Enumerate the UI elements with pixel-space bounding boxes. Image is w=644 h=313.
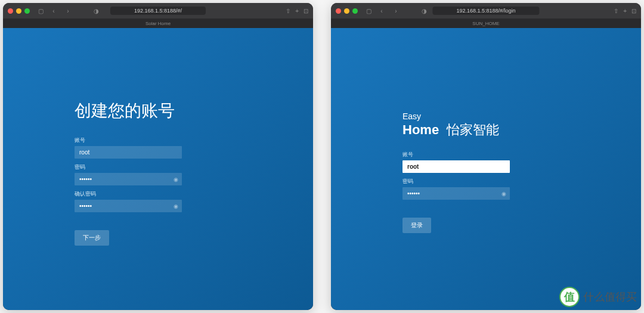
watermark-icon: 值 xyxy=(559,287,580,307)
page-content: Easy Home 怡家智能 账号 密码 ◉ 登录 xyxy=(331,28,641,310)
sidebar-icon[interactable]: ▢ xyxy=(366,8,371,14)
brand-main: Home xyxy=(402,122,439,137)
next-button[interactable]: 下一步 xyxy=(75,230,109,246)
account-label: 账号 xyxy=(75,137,242,144)
url-bar[interactable]: 192.168.1.5:8188/#/login xyxy=(432,7,539,15)
browser-window-right: ▢ ‹ › ◑ 192.168.1.5:8188/#/login ⇧ + ⊡ S… xyxy=(331,3,641,310)
tabs-icon[interactable]: ⊡ xyxy=(304,8,308,14)
brand-subtitle: 怡家智能 xyxy=(447,122,499,137)
tab-title[interactable]: Solar Home xyxy=(145,21,171,26)
back-icon[interactable]: ‹ xyxy=(49,7,58,15)
share-icon[interactable]: ⇧ xyxy=(614,8,618,14)
tab-title[interactable]: SUN_HOME xyxy=(472,21,499,26)
page-title: 创建您的账号 xyxy=(75,100,242,122)
account-input[interactable] xyxy=(75,146,182,159)
tab-bar: Solar Home xyxy=(3,18,313,28)
url-bar[interactable]: 192.168.1.5:8188/#/ xyxy=(110,7,206,15)
traffic-lights xyxy=(336,8,358,14)
titlebar: ▢ ‹ › ◑ 192.168.1.5:8188/#/login ⇧ + ⊡ xyxy=(331,3,641,18)
forward-icon[interactable]: › xyxy=(64,7,72,15)
shield-icon[interactable]: ◑ xyxy=(94,8,99,14)
forward-icon[interactable]: › xyxy=(392,7,400,15)
tabs-icon[interactable]: ⊡ xyxy=(631,8,636,14)
confirm-password-input[interactable] xyxy=(75,200,182,212)
minimize-icon[interactable] xyxy=(344,8,349,14)
sidebar-icon[interactable]: ▢ xyxy=(38,8,44,14)
page-content: 创建您的账号 账号 密码 ◉ 确认密码 ◉ 下一步 xyxy=(3,28,313,310)
titlebar: ▢ ‹ › ◑ 192.168.1.5:8188/#/ ⇧ + ⊡ xyxy=(3,3,313,18)
minimize-icon[interactable] xyxy=(16,8,21,14)
brand-top: Easy xyxy=(402,111,569,121)
login-button[interactable]: 登录 xyxy=(402,218,431,233)
eye-icon[interactable]: ◉ xyxy=(174,176,178,182)
confirm-password-label: 确认密码 xyxy=(75,190,242,198)
account-input[interactable] xyxy=(402,160,510,173)
password-label: 密码 xyxy=(402,178,569,185)
password-input[interactable] xyxy=(402,187,510,200)
maximize-icon[interactable] xyxy=(352,8,358,14)
close-icon[interactable] xyxy=(8,8,13,14)
share-icon[interactable]: ⇧ xyxy=(286,8,290,14)
back-icon[interactable]: ‹ xyxy=(377,7,386,15)
new-tab-icon[interactable]: + xyxy=(295,8,299,14)
maximize-icon[interactable] xyxy=(24,8,30,14)
account-label: 账号 xyxy=(402,151,569,159)
close-icon[interactable] xyxy=(336,8,341,14)
browser-window-left: ▢ ‹ › ◑ 192.168.1.5:8188/#/ ⇧ + ⊡ Solar … xyxy=(3,3,313,310)
password-label: 密码 xyxy=(75,163,242,171)
watermark: 值 什么值得买 xyxy=(559,287,637,307)
eye-icon[interactable]: ◉ xyxy=(174,203,178,209)
password-input[interactable] xyxy=(75,173,182,185)
brand-logo: Easy Home 怡家智能 xyxy=(402,111,569,139)
watermark-text: 什么值得买 xyxy=(583,290,637,304)
new-tab-icon[interactable]: + xyxy=(623,8,627,14)
tab-bar: SUN_HOME xyxy=(331,18,641,28)
eye-icon[interactable]: ◉ xyxy=(501,191,506,197)
shield-icon[interactable]: ◑ xyxy=(422,8,427,14)
traffic-lights xyxy=(8,8,30,14)
